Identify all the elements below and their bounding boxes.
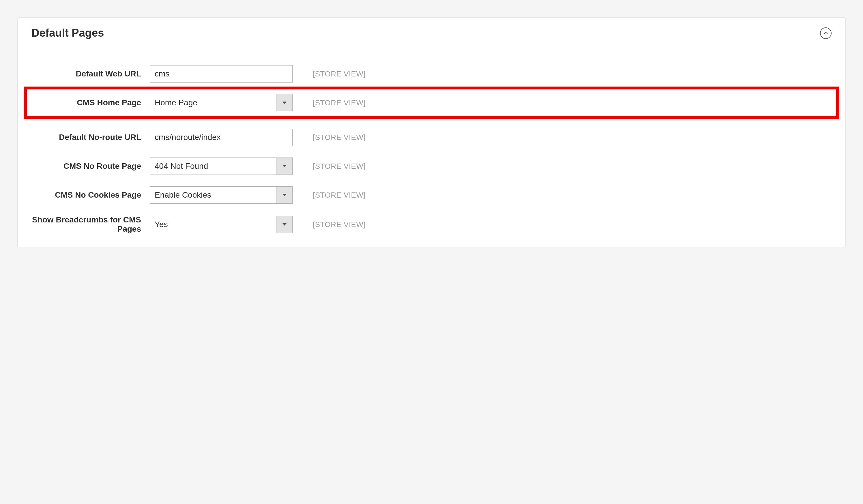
- row-show-breadcrumbs: Show Breadcrumbs for CMS Pages Yes [STOR…: [32, 215, 831, 234]
- select-cms-home-page[interactable]: Home Page: [150, 94, 292, 111]
- label-cms-no-route-page: CMS No Route Page: [32, 162, 150, 171]
- scope-label: [STORE VIEW]: [313, 70, 365, 78]
- chevron-up-icon: [824, 30, 828, 36]
- chevron-down-icon: [276, 187, 292, 203]
- row-cms-home-page: CMS Home Page Home Page [STORE VIEW]: [32, 94, 831, 111]
- scope-label: [STORE VIEW]: [313, 191, 365, 200]
- select-value: Home Page: [150, 94, 276, 111]
- input-default-web-url[interactable]: [150, 65, 292, 83]
- select-show-breadcrumbs[interactable]: Yes: [150, 216, 292, 233]
- select-value: Yes: [150, 216, 276, 233]
- scope-label: [STORE VIEW]: [313, 162, 365, 171]
- select-cms-no-cookies-page[interactable]: Enable Cookies: [150, 186, 292, 204]
- collapse-toggle-button[interactable]: [820, 27, 831, 39]
- label-cms-no-cookies-page: CMS No Cookies Page: [32, 190, 150, 200]
- scope-label: [STORE VIEW]: [313, 133, 365, 142]
- scope-label: [STORE VIEW]: [313, 98, 365, 107]
- row-cms-no-cookies-page: CMS No Cookies Page Enable Cookies [STOR…: [32, 186, 831, 204]
- row-default-web-url: Default Web URL [STORE VIEW]: [32, 65, 831, 83]
- select-value: 404 Not Found: [150, 158, 276, 175]
- panel-title: Default Pages: [32, 27, 104, 39]
- label-cms-home-page: CMS Home Page: [32, 98, 150, 107]
- input-default-no-route-url[interactable]: [150, 129, 292, 146]
- label-default-web-url: Default Web URL: [32, 69, 150, 78]
- chevron-down-icon: [276, 216, 292, 233]
- select-value: Enable Cookies: [150, 187, 276, 203]
- select-cms-no-route-page[interactable]: 404 Not Found: [150, 158, 292, 175]
- label-show-breadcrumbs: Show Breadcrumbs for CMS Pages: [32, 215, 150, 234]
- row-default-no-route-url: Default No-route URL [STORE VIEW]: [32, 129, 831, 146]
- default-pages-panel: Default Pages Default Web URL [STORE VIE…: [17, 17, 846, 248]
- label-default-no-route-url: Default No-route URL: [32, 133, 150, 142]
- chevron-down-icon: [276, 158, 292, 175]
- panel-header: Default Pages: [17, 17, 846, 42]
- chevron-down-icon: [276, 94, 292, 111]
- scope-label: [STORE VIEW]: [313, 220, 365, 229]
- panel-body: Default Web URL [STORE VIEW] CMS Home Pa…: [17, 42, 846, 248]
- row-cms-no-route-page: CMS No Route Page 404 Not Found [STORE V…: [32, 158, 831, 175]
